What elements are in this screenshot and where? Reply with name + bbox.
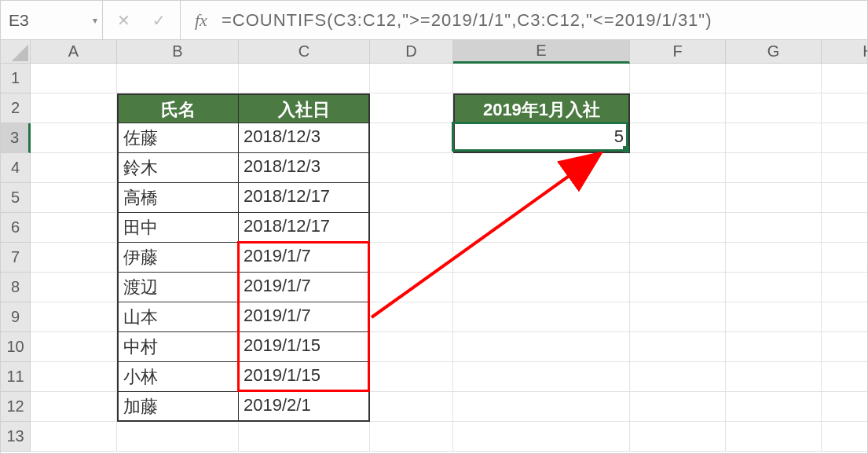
column-header-B[interactable]: B [117, 40, 239, 64]
cell-H12[interactable] [822, 392, 868, 422]
table-cell-joined[interactable]: 2019/1/7 [239, 302, 370, 332]
cell-F8[interactable] [630, 273, 726, 302]
cell-C13[interactable] [239, 422, 370, 452]
table-cell-joined[interactable]: 2019/1/15 [239, 362, 370, 392]
column-header-A[interactable]: A [31, 40, 117, 64]
cell-D3[interactable] [370, 123, 453, 153]
cell-F6[interactable] [630, 213, 726, 243]
cell-A2[interactable] [31, 93, 117, 123]
table-cell-name[interactable]: 加藤 [117, 392, 239, 422]
table-cell-joined[interactable]: 2018/12/17 [239, 213, 370, 243]
cell-H11[interactable] [822, 362, 868, 392]
cell-G1[interactable] [726, 64, 822, 93]
column-header-F[interactable]: F [630, 40, 726, 64]
cell-E13[interactable] [453, 422, 630, 452]
cell-G9[interactable] [726, 302, 822, 332]
column-header-E[interactable]: E [453, 40, 630, 64]
table-cell-name[interactable]: 伊藤 [117, 243, 239, 273]
cell-G6[interactable] [726, 213, 822, 243]
cell-E10[interactable] [453, 332, 630, 362]
cell-F12[interactable] [630, 392, 726, 422]
row-header-10[interactable]: 10 [1, 332, 31, 362]
row-header-8[interactable]: 8 [1, 273, 31, 302]
cell-A8[interactable] [31, 273, 117, 302]
cell-H5[interactable] [822, 183, 868, 213]
cell-A5[interactable] [31, 183, 117, 213]
table-cell-name[interactable]: 渡辺 [117, 273, 239, 302]
row-header-2[interactable]: 2 [1, 93, 31, 123]
cell-H10[interactable] [822, 332, 868, 362]
cell-F1[interactable] [630, 64, 726, 93]
row-header-3[interactable]: 3 [1, 123, 31, 153]
cell-E6[interactable] [453, 213, 630, 243]
cell-D6[interactable] [370, 213, 453, 243]
table-cell-name[interactable]: 田中 [117, 213, 239, 243]
table-cell-name[interactable]: 山本 [117, 302, 239, 332]
cell-D8[interactable] [370, 273, 453, 302]
cell-D13[interactable] [370, 422, 453, 452]
cell-G11[interactable] [726, 362, 822, 392]
fx-icon[interactable]: fx [181, 10, 222, 31]
cell-A10[interactable] [31, 332, 117, 362]
row-header-11[interactable]: 11 [1, 362, 31, 392]
table-cell-joined[interactable]: 2018/12/3 [239, 153, 370, 183]
name-box[interactable]: E3 ▾ [1, 1, 103, 39]
row-header-1[interactable]: 1 [1, 64, 31, 93]
column-header-H[interactable]: H [822, 40, 868, 64]
cell-G5[interactable] [726, 183, 822, 213]
cell-H9[interactable] [822, 302, 868, 332]
cell-B13[interactable] [117, 422, 239, 452]
table-cell-name[interactable]: 鈴木 [117, 153, 239, 183]
table-header-joined[interactable]: 入社日 [239, 93, 370, 123]
cell-E9[interactable] [453, 302, 630, 332]
row-header-9[interactable]: 9 [1, 302, 31, 332]
cell-H2[interactable] [822, 93, 868, 123]
table-cell-name[interactable]: 中村 [117, 332, 239, 362]
cell-A13[interactable] [31, 422, 117, 452]
cell-G10[interactable] [726, 332, 822, 362]
cell-G7[interactable] [726, 243, 822, 273]
cell-D1[interactable] [370, 64, 453, 93]
cell-D12[interactable] [370, 392, 453, 422]
cancel-icon[interactable]: ✕ [117, 11, 130, 30]
cell-F7[interactable] [630, 243, 726, 273]
cell-A12[interactable] [31, 392, 117, 422]
row-header-5[interactable]: 5 [1, 183, 31, 213]
cell-C1[interactable] [239, 64, 370, 93]
cell-F10[interactable] [630, 332, 726, 362]
cell-E7[interactable] [453, 243, 630, 273]
cell-G8[interactable] [726, 273, 822, 302]
cell-A3[interactable] [31, 123, 117, 153]
formula-input[interactable]: =COUNTIFS(C3:C12,">=2019/1/1",C3:C12,"<=… [222, 10, 712, 31]
cell-H4[interactable] [822, 153, 868, 183]
table-cell-joined[interactable]: 2018/12/3 [239, 123, 370, 153]
cell-F13[interactable] [630, 422, 726, 452]
cell-D2[interactable] [370, 93, 453, 123]
cell-D11[interactable] [370, 362, 453, 392]
cell-G13[interactable] [726, 422, 822, 452]
cell-G2[interactable] [726, 93, 822, 123]
row-header-7[interactable]: 7 [1, 243, 31, 273]
cell-H7[interactable] [822, 243, 868, 273]
table-cell-joined[interactable]: 2019/1/7 [239, 273, 370, 302]
cell-F2[interactable] [630, 93, 726, 123]
cell-H13[interactable] [822, 422, 868, 452]
column-header-G[interactable]: G [726, 40, 822, 64]
cell-A4[interactable] [31, 153, 117, 183]
cell-F3[interactable] [630, 123, 726, 153]
cell-E11[interactable] [453, 362, 630, 392]
table-cell-joined[interactable]: 2018/12/17 [239, 183, 370, 213]
cell-D4[interactable] [370, 153, 453, 183]
cell-G3[interactable] [726, 123, 822, 153]
cell-E1[interactable] [453, 64, 630, 93]
column-header-D[interactable]: D [370, 40, 453, 64]
cell-F11[interactable] [630, 362, 726, 392]
enter-icon[interactable]: ✓ [152, 11, 166, 30]
table-cell-name[interactable]: 小林 [117, 362, 239, 392]
cell-A11[interactable] [31, 362, 117, 392]
name-box-dropdown-icon[interactable]: ▾ [93, 15, 97, 26]
cell-D5[interactable] [370, 183, 453, 213]
table-cell-joined[interactable]: 2019/1/15 [239, 332, 370, 362]
cell-H1[interactable] [822, 64, 868, 93]
cell-G12[interactable] [726, 392, 822, 422]
